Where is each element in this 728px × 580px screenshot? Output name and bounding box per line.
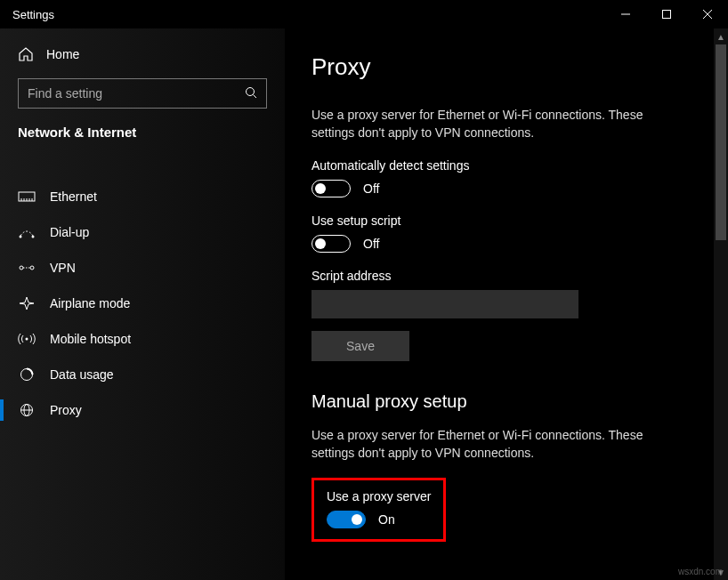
sidebar-item-label: Ethernet xyxy=(50,189,97,204)
proxy-icon xyxy=(18,403,36,417)
auto-detect-label: Automatically detect settings xyxy=(311,158,701,173)
svg-rect-1 xyxy=(663,11,671,19)
main-panel: Proxy Use a proxy server for Ethernet or… xyxy=(285,28,728,580)
sidebar-item-ethernet[interactable]: Ethernet xyxy=(0,179,285,214)
data-usage-icon xyxy=(18,367,36,382)
svg-point-17 xyxy=(26,338,28,341)
scrollbar[interactable]: ▲ ▼ xyxy=(714,28,728,580)
maximize-icon xyxy=(662,10,671,19)
home-icon xyxy=(18,46,34,62)
manual-proxy-description: Use a proxy server for Ethernet or Wi-Fi… xyxy=(311,426,685,463)
minimize-icon xyxy=(621,10,630,19)
auto-detect-state: Off xyxy=(363,181,379,196)
sidebar-item-datausage[interactable]: Data usage xyxy=(0,357,285,392)
svg-point-14 xyxy=(20,266,23,270)
svg-line-5 xyxy=(254,94,257,98)
use-proxy-row: On xyxy=(327,511,431,528)
search-box[interactable] xyxy=(18,78,267,109)
script-address-label: Script address xyxy=(311,269,701,283)
sidebar-item-label: VPN xyxy=(50,261,76,275)
watermark: wsxdn.com xyxy=(678,567,723,576)
setup-script-state: Off xyxy=(363,237,379,251)
content-area: Home Network & Internet Ethernet Dial-up xyxy=(0,28,728,580)
dialup-icon xyxy=(18,225,36,239)
svg-point-13 xyxy=(32,236,35,238)
sidebar-section-title: Network & Internet xyxy=(0,125,285,154)
setup-script-toggle[interactable] xyxy=(311,235,351,253)
sidebar-item-hotspot[interactable]: Mobile hotspot xyxy=(0,321,285,357)
sidebar-item-label: Proxy xyxy=(50,403,82,417)
sidebar-nav: Ethernet Dial-up VPN Airplane mode xyxy=(0,179,285,428)
sidebar-item-vpn[interactable]: VPN xyxy=(0,250,285,286)
setup-script-row: Off xyxy=(311,235,701,253)
auto-detect-row: Off xyxy=(311,180,701,197)
sidebar-item-label: Data usage xyxy=(50,367,114,382)
scrollbar-thumb[interactable] xyxy=(716,44,726,240)
sidebar-item-proxy[interactable]: Proxy xyxy=(0,392,285,428)
svg-point-4 xyxy=(247,87,255,95)
auto-proxy-description: Use a proxy server for Ethernet or Wi-Fi… xyxy=(311,106,685,142)
svg-point-12 xyxy=(20,236,22,238)
svg-point-15 xyxy=(30,266,34,270)
hotspot-icon xyxy=(18,332,36,346)
scroll-up-button[interactable]: ▲ xyxy=(714,28,728,44)
use-proxy-label: Use a proxy server xyxy=(327,489,431,503)
airplane-icon xyxy=(18,296,36,310)
sidebar-item-label: Dial-up xyxy=(50,225,89,239)
use-proxy-state: On xyxy=(378,512,395,527)
search-icon xyxy=(245,86,257,101)
maximize-button[interactable] xyxy=(646,0,687,28)
vpn-icon xyxy=(18,261,36,275)
sidebar-item-airplane[interactable]: Airplane mode xyxy=(0,286,285,321)
ethernet-icon xyxy=(18,189,36,204)
minimize-button[interactable] xyxy=(605,0,646,28)
search-input[interactable] xyxy=(28,86,245,101)
sidebar-item-label: Mobile hotspot xyxy=(50,332,131,346)
titlebar: Settings xyxy=(0,0,728,28)
manual-proxy-heading: Manual proxy setup xyxy=(311,391,701,412)
close-button[interactable] xyxy=(687,0,728,28)
auto-detect-toggle[interactable] xyxy=(311,180,351,197)
close-icon xyxy=(703,10,712,19)
sidebar: Home Network & Internet Ethernet Dial-up xyxy=(0,28,285,580)
script-address-input[interactable] xyxy=(311,290,578,318)
highlight-annotation: Use a proxy server On xyxy=(311,478,446,542)
setup-script-label: Use setup script xyxy=(311,213,701,228)
window-controls xyxy=(605,0,728,28)
home-nav[interactable]: Home xyxy=(0,37,285,71)
page-title: Proxy xyxy=(311,53,701,81)
sidebar-item-dialup[interactable]: Dial-up xyxy=(0,214,285,250)
sidebar-item-label: Airplane mode xyxy=(50,296,130,310)
home-label: Home xyxy=(46,47,79,61)
use-proxy-toggle[interactable] xyxy=(327,511,366,528)
save-button[interactable]: Save xyxy=(311,331,409,361)
window-title: Settings xyxy=(12,8,54,21)
